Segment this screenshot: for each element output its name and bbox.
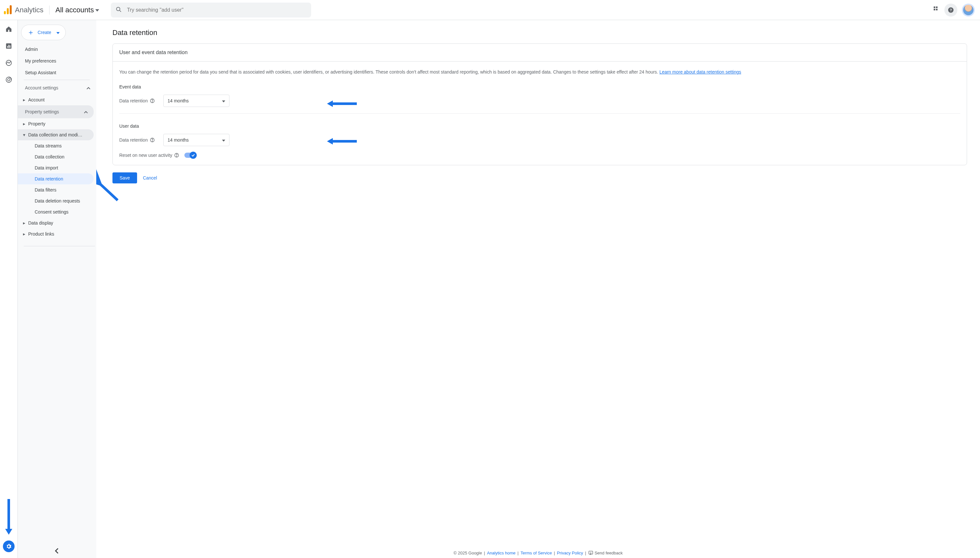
nav-admin[interactable]: Admin: [25, 43, 94, 55]
page-title: Data retention: [112, 28, 967, 37]
account-picker-label: All accounts: [56, 6, 94, 14]
svg-rect-8: [936, 9, 937, 10]
property-settings-header[interactable]: Property settings: [18, 105, 94, 118]
nav-property-label: Property: [28, 121, 45, 126]
svg-text:?: ?: [950, 8, 952, 12]
nav-my-preferences[interactable]: My preferences: [25, 55, 94, 67]
advertising-icon[interactable]: [4, 75, 13, 84]
divider: [119, 113, 960, 114]
admin-sidepanel: ＋ Create Admin My preferences Setup Assi…: [18, 20, 96, 558]
reset-activity-toggle[interactable]: [184, 153, 196, 158]
top-bar: Analytics All accounts ?: [0, 0, 980, 20]
help-icon[interactable]: [150, 138, 155, 143]
reports-icon[interactable]: [4, 41, 13, 51]
svg-rect-2: [10, 5, 11, 14]
explore-icon[interactable]: [4, 58, 13, 67]
nav-account[interactable]: ▸ Account: [18, 94, 94, 105]
event-retention-label: Data retention: [119, 98, 148, 103]
nav-account-label: Account: [28, 97, 45, 102]
reset-activity-row: Reset on new user activity: [119, 153, 960, 158]
footer-privacy[interactable]: Privacy Policy: [557, 551, 583, 555]
caret-down-icon: [56, 30, 60, 35]
user-data-heading: User data: [119, 123, 960, 129]
annotation-arrow-nav: [96, 181, 122, 205]
nav-data-import[interactable]: Data import: [18, 162, 94, 173]
svg-rect-5: [934, 7, 935, 8]
home-icon[interactable]: [4, 25, 13, 34]
card-title: User and event data retention: [113, 44, 967, 62]
search-input[interactable]: [127, 7, 307, 13]
user-retention-row: Data retention 14 months: [119, 134, 960, 146]
create-button[interactable]: ＋ Create: [21, 25, 66, 40]
account-settings-header[interactable]: Account settings: [18, 81, 96, 94]
footer-analytics-home[interactable]: Analytics home: [487, 551, 515, 555]
help-icon[interactable]: [174, 153, 179, 158]
svg-point-3: [117, 7, 120, 11]
help-icon[interactable]: [150, 98, 155, 103]
caret-right-icon: ▸: [23, 231, 26, 236]
nav-data-deletion-requests[interactable]: Data deletion requests: [18, 195, 94, 207]
plus-icon: ＋: [27, 29, 34, 36]
search-bar[interactable]: [111, 3, 311, 18]
divider: [24, 80, 90, 80]
property-settings-label: Property settings: [25, 109, 59, 114]
retention-card: User and event data retention You can ch…: [112, 43, 967, 165]
nav-consent-settings[interactable]: Consent settings: [18, 207, 94, 217]
svg-point-17: [7, 79, 10, 81]
caret-down-icon: ▾: [23, 132, 26, 138]
caret-right-icon: ▸: [23, 220, 26, 225]
nav-setup-assistant[interactable]: Setup Assistant: [25, 67, 94, 79]
cancel-button[interactable]: Cancel: [143, 175, 157, 181]
nav-data-collection-label: Data collection and modifica…: [28, 132, 83, 138]
nav-property[interactable]: ▸ Property: [18, 118, 94, 129]
chevron-up-icon: [87, 85, 90, 90]
svg-line-4: [120, 10, 121, 11]
svg-rect-13: [8, 45, 9, 48]
svg-rect-6: [936, 7, 937, 8]
event-data-heading: Event data: [119, 84, 960, 89]
toggle-knob: [190, 152, 197, 159]
admin-gear-button[interactable]: [3, 540, 15, 552]
reset-activity-label: Reset on new user activity: [119, 153, 172, 158]
svg-rect-7: [934, 9, 935, 10]
account-picker[interactable]: All accounts: [56, 6, 99, 14]
nav-data-display[interactable]: ▸ Data display: [18, 217, 94, 228]
content-area: Data retention User and event data reten…: [96, 20, 980, 558]
footer-terms[interactable]: Terms of Service: [520, 551, 552, 555]
card-intro: You can change the retention period for …: [119, 69, 960, 76]
nav-product-links[interactable]: ▸ Product links: [18, 228, 94, 240]
collapse-panel-button[interactable]: [54, 548, 60, 555]
chevron-up-icon: [84, 109, 88, 114]
account-avatar[interactable]: [962, 3, 975, 16]
avatar-image: [963, 5, 973, 15]
help-button[interactable]: ?: [944, 3, 957, 16]
svg-rect-1: [7, 8, 9, 14]
search-icon: [115, 6, 122, 14]
caret-down-icon: [95, 6, 99, 14]
nav-data-collection-modification[interactable]: ▾ Data collection and modifica…: [18, 129, 94, 140]
nav-data-streams[interactable]: Data streams: [18, 140, 94, 151]
svg-rect-0: [4, 11, 6, 14]
nav-data-filters[interactable]: Data filters: [18, 184, 94, 195]
caret-right-icon: ▸: [23, 121, 26, 126]
user-retention-select[interactable]: 14 months: [163, 134, 230, 146]
svg-line-24: [99, 183, 118, 200]
apps-grid-icon[interactable]: [933, 6, 940, 14]
event-retention-select[interactable]: 14 months: [163, 95, 230, 107]
footer-send-feedback[interactable]: Send feedback: [588, 550, 623, 555]
account-settings-label: Account settings: [25, 85, 58, 90]
user-retention-value: 14 months: [167, 138, 189, 143]
caret-down-icon: [222, 98, 225, 103]
svg-point-23: [177, 156, 177, 156]
nav-data-collection[interactable]: Data collection: [18, 151, 94, 162]
event-retention-value: 14 months: [167, 98, 189, 103]
learn-more-link[interactable]: Learn more about data retention settings: [660, 69, 741, 74]
footer-copyright: © 2025 Google: [454, 551, 482, 555]
nav-data-retention[interactable]: Data retention: [18, 173, 94, 184]
svg-rect-12: [7, 46, 8, 48]
caret-down-icon: [222, 138, 225, 143]
caret-right-icon: ▸: [23, 97, 26, 102]
user-retention-label: Data retention: [119, 138, 148, 143]
brand-text: Analytics: [15, 6, 43, 14]
divider: [24, 246, 95, 246]
